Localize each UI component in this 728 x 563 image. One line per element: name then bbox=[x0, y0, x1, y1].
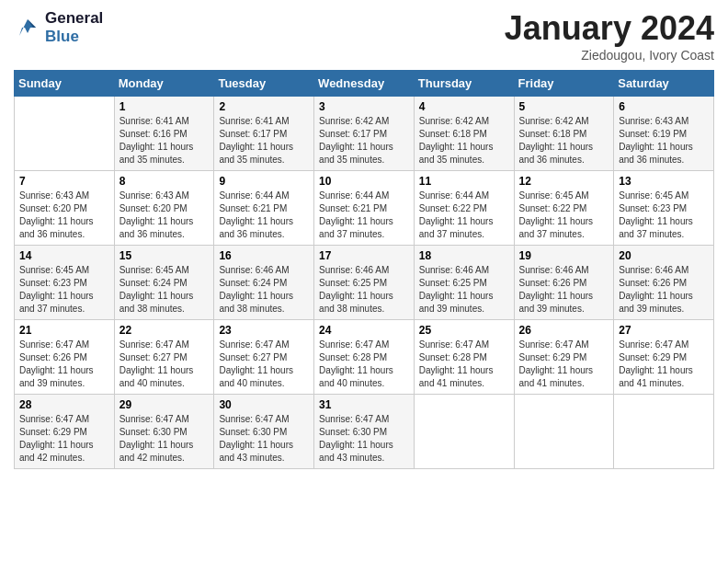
day-number: 21 bbox=[19, 324, 109, 337]
calendar-day-cell: 25Sunrise: 6:47 AM Sunset: 6:28 PM Dayli… bbox=[414, 320, 514, 395]
day-number: 9 bbox=[219, 175, 309, 188]
month-title: January 2024 bbox=[505, 9, 714, 48]
calendar-day-cell: 23Sunrise: 6:47 AM Sunset: 6:27 PM Dayli… bbox=[214, 320, 314, 395]
calendar-day-cell: 13Sunrise: 6:45 AM Sunset: 6:23 PM Dayli… bbox=[614, 171, 714, 246]
day-info: Sunrise: 6:45 AM Sunset: 6:23 PM Dayligh… bbox=[19, 264, 109, 316]
day-info: Sunrise: 6:47 AM Sunset: 6:30 PM Dayligh… bbox=[119, 413, 210, 465]
calendar-day-cell: 11Sunrise: 6:44 AM Sunset: 6:22 PM Dayli… bbox=[414, 171, 514, 246]
day-number: 17 bbox=[319, 249, 409, 262]
calendar-day-cell: 5Sunrise: 6:42 AM Sunset: 6:18 PM Daylig… bbox=[514, 97, 614, 171]
day-info: Sunrise: 6:45 AM Sunset: 6:23 PM Dayligh… bbox=[619, 190, 709, 241]
day-number: 6 bbox=[619, 100, 709, 113]
day-number: 1 bbox=[119, 100, 210, 113]
calendar-table: SundayMondayTuesdayWednesdayThursdayFrid… bbox=[14, 70, 714, 469]
calendar-day-cell: 15Sunrise: 6:45 AM Sunset: 6:24 PM Dayli… bbox=[114, 246, 214, 320]
day-info: Sunrise: 6:47 AM Sunset: 6:27 PM Dayligh… bbox=[119, 339, 210, 390]
weekday-header-row: SundayMondayTuesdayWednesdayThursdayFrid… bbox=[15, 71, 714, 97]
day-info: Sunrise: 6:41 AM Sunset: 6:16 PM Dayligh… bbox=[119, 115, 210, 167]
calendar-week-row: 1Sunrise: 6:41 AM Sunset: 6:16 PM Daylig… bbox=[15, 97, 714, 171]
day-info: Sunrise: 6:44 AM Sunset: 6:21 PM Dayligh… bbox=[219, 190, 309, 241]
day-number: 16 bbox=[219, 249, 309, 262]
day-number: 22 bbox=[119, 324, 210, 337]
calendar-day-cell: 29Sunrise: 6:47 AM Sunset: 6:30 PM Dayli… bbox=[114, 395, 214, 469]
calendar-day-cell: 20Sunrise: 6:46 AM Sunset: 6:26 PM Dayli… bbox=[614, 246, 714, 320]
calendar-day-cell: 6Sunrise: 6:43 AM Sunset: 6:19 PM Daylig… bbox=[614, 97, 714, 171]
day-number: 2 bbox=[219, 100, 309, 113]
calendar-week-row: 28Sunrise: 6:47 AM Sunset: 6:29 PM Dayli… bbox=[15, 395, 714, 469]
calendar-body: 1Sunrise: 6:41 AM Sunset: 6:16 PM Daylig… bbox=[15, 97, 714, 469]
location-subtitle: Ziedougou, Ivory Coast bbox=[505, 48, 714, 63]
calendar-day-cell: 19Sunrise: 6:46 AM Sunset: 6:26 PM Dayli… bbox=[514, 246, 614, 320]
calendar-day-cell: 2Sunrise: 6:41 AM Sunset: 6:17 PM Daylig… bbox=[214, 97, 314, 171]
calendar-day-cell: 31Sunrise: 6:47 AM Sunset: 6:30 PM Dayli… bbox=[314, 395, 415, 469]
day-info: Sunrise: 6:47 AM Sunset: 6:26 PM Dayligh… bbox=[19, 339, 109, 390]
day-info: Sunrise: 6:43 AM Sunset: 6:20 PM Dayligh… bbox=[19, 190, 109, 241]
weekday-header-cell: Tuesday bbox=[214, 71, 314, 97]
weekday-header-cell: Sunday bbox=[15, 71, 115, 97]
day-info: Sunrise: 6:44 AM Sunset: 6:21 PM Dayligh… bbox=[319, 190, 409, 241]
calendar-day-cell: 10Sunrise: 6:44 AM Sunset: 6:21 PM Dayli… bbox=[314, 171, 415, 246]
day-info: Sunrise: 6:44 AM Sunset: 6:22 PM Dayligh… bbox=[419, 190, 509, 241]
day-info: Sunrise: 6:47 AM Sunset: 6:29 PM Dayligh… bbox=[619, 339, 709, 390]
day-info: Sunrise: 6:43 AM Sunset: 6:19 PM Dayligh… bbox=[619, 115, 709, 167]
day-number: 4 bbox=[419, 100, 509, 113]
day-info: Sunrise: 6:46 AM Sunset: 6:26 PM Dayligh… bbox=[519, 264, 609, 316]
calendar-day-cell: 18Sunrise: 6:46 AM Sunset: 6:25 PM Dayli… bbox=[414, 246, 514, 320]
day-number: 15 bbox=[119, 249, 210, 262]
day-number: 23 bbox=[219, 324, 309, 337]
day-info: Sunrise: 6:45 AM Sunset: 6:22 PM Dayligh… bbox=[519, 190, 609, 241]
day-number: 8 bbox=[119, 175, 210, 188]
page-header: General Blue January 2024 Ziedougou, Ivo… bbox=[14, 9, 714, 63]
weekday-header-cell: Friday bbox=[514, 71, 614, 97]
calendar-day-cell: 7Sunrise: 6:43 AM Sunset: 6:20 PM Daylig… bbox=[15, 171, 115, 246]
calendar-day-cell: 24Sunrise: 6:47 AM Sunset: 6:28 PM Dayli… bbox=[314, 320, 415, 395]
calendar-day-cell bbox=[414, 395, 514, 469]
day-number: 7 bbox=[19, 175, 109, 188]
calendar-day-cell: 26Sunrise: 6:47 AM Sunset: 6:29 PM Dayli… bbox=[514, 320, 614, 395]
day-number: 30 bbox=[219, 398, 309, 411]
calendar-day-cell: 16Sunrise: 6:46 AM Sunset: 6:24 PM Dayli… bbox=[214, 246, 314, 320]
calendar-day-cell: 8Sunrise: 6:43 AM Sunset: 6:20 PM Daylig… bbox=[114, 171, 214, 246]
day-number: 18 bbox=[419, 249, 509, 262]
calendar-day-cell: 22Sunrise: 6:47 AM Sunset: 6:27 PM Dayli… bbox=[114, 320, 214, 395]
weekday-header-cell: Wednesday bbox=[314, 71, 415, 97]
day-number: 5 bbox=[519, 100, 609, 113]
day-number: 24 bbox=[319, 324, 409, 337]
day-number: 14 bbox=[19, 249, 109, 262]
calendar-week-row: 14Sunrise: 6:45 AM Sunset: 6:23 PM Dayli… bbox=[15, 246, 714, 320]
day-number: 13 bbox=[619, 175, 709, 188]
day-number: 12 bbox=[519, 175, 609, 188]
day-info: Sunrise: 6:47 AM Sunset: 6:30 PM Dayligh… bbox=[319, 413, 409, 465]
calendar-day-cell: 14Sunrise: 6:45 AM Sunset: 6:23 PM Dayli… bbox=[15, 246, 115, 320]
weekday-header-cell: Monday bbox=[114, 71, 214, 97]
day-number: 19 bbox=[519, 249, 609, 262]
day-number: 29 bbox=[119, 398, 210, 411]
logo: General Blue bbox=[14, 9, 103, 46]
calendar-week-row: 7Sunrise: 6:43 AM Sunset: 6:20 PM Daylig… bbox=[15, 171, 714, 246]
day-info: Sunrise: 6:47 AM Sunset: 6:28 PM Dayligh… bbox=[319, 339, 409, 390]
day-number: 3 bbox=[319, 100, 409, 113]
day-number: 25 bbox=[419, 324, 509, 337]
day-number: 28 bbox=[19, 398, 109, 411]
weekday-header-cell: Saturday bbox=[614, 71, 714, 97]
title-block: January 2024 Ziedougou, Ivory Coast bbox=[505, 9, 714, 63]
calendar-day-cell bbox=[614, 395, 714, 469]
day-info: Sunrise: 6:47 AM Sunset: 6:30 PM Dayligh… bbox=[219, 413, 309, 465]
day-info: Sunrise: 6:42 AM Sunset: 6:17 PM Dayligh… bbox=[319, 115, 409, 167]
day-info: Sunrise: 6:43 AM Sunset: 6:20 PM Dayligh… bbox=[119, 190, 210, 241]
calendar-day-cell: 9Sunrise: 6:44 AM Sunset: 6:21 PM Daylig… bbox=[214, 171, 314, 246]
calendar-day-cell: 27Sunrise: 6:47 AM Sunset: 6:29 PM Dayli… bbox=[614, 320, 714, 395]
calendar-day-cell: 4Sunrise: 6:42 AM Sunset: 6:18 PM Daylig… bbox=[414, 97, 514, 171]
day-info: Sunrise: 6:47 AM Sunset: 6:29 PM Dayligh… bbox=[519, 339, 609, 390]
day-info: Sunrise: 6:47 AM Sunset: 6:27 PM Dayligh… bbox=[219, 339, 309, 390]
day-info: Sunrise: 6:42 AM Sunset: 6:18 PM Dayligh… bbox=[519, 115, 609, 167]
calendar-day-cell: 21Sunrise: 6:47 AM Sunset: 6:26 PM Dayli… bbox=[15, 320, 115, 395]
day-info: Sunrise: 6:47 AM Sunset: 6:29 PM Dayligh… bbox=[19, 413, 109, 465]
day-number: 26 bbox=[519, 324, 609, 337]
day-info: Sunrise: 6:41 AM Sunset: 6:17 PM Dayligh… bbox=[219, 115, 309, 167]
weekday-header-cell: Thursday bbox=[414, 71, 514, 97]
day-number: 27 bbox=[619, 324, 709, 337]
calendar-day-cell: 12Sunrise: 6:45 AM Sunset: 6:22 PM Dayli… bbox=[514, 171, 614, 246]
calendar-day-cell: 30Sunrise: 6:47 AM Sunset: 6:30 PM Dayli… bbox=[214, 395, 314, 469]
calendar-day-cell: 3Sunrise: 6:42 AM Sunset: 6:17 PM Daylig… bbox=[314, 97, 415, 171]
